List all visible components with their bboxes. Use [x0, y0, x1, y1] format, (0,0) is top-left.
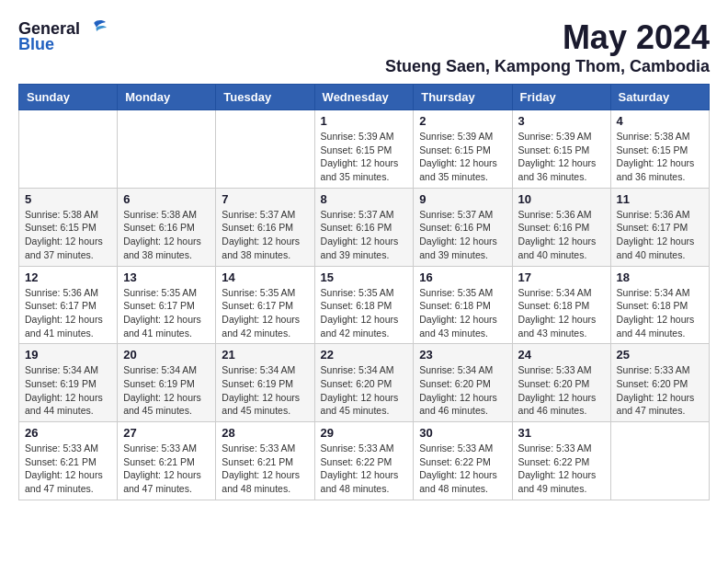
calendar-cell: 6Sunrise: 5:38 AM Sunset: 6:16 PM Daylig… [118, 188, 216, 266]
day-info: Sunrise: 5:37 AM Sunset: 6:16 PM Dayligh… [222, 208, 308, 262]
day-number: 8 [321, 192, 408, 206]
day-number: 26 [25, 426, 111, 440]
calendar-table: SundayMondayTuesdayWednesdayThursdayFrid… [18, 84, 710, 500]
day-info: Sunrise: 5:33 AM Sunset: 6:21 PM Dayligh… [25, 442, 111, 496]
day-number: 18 [617, 270, 703, 284]
day-number: 6 [123, 192, 210, 206]
calendar-cell: 17Sunrise: 5:34 AM Sunset: 6:18 PM Dayli… [512, 266, 610, 344]
calendar-cell: 28Sunrise: 5:33 AM Sunset: 6:21 PM Dayli… [216, 422, 314, 500]
day-info: Sunrise: 5:38 AM Sunset: 6:15 PM Dayligh… [25, 208, 111, 262]
day-number: 11 [617, 192, 703, 206]
day-number: 24 [518, 348, 605, 362]
day-number: 31 [518, 426, 605, 440]
weekday-header-friday: Friday [512, 85, 610, 110]
calendar-week-row: 12Sunrise: 5:36 AM Sunset: 6:17 PM Dayli… [19, 266, 710, 344]
day-number: 13 [123, 270, 210, 284]
calendar-cell: 14Sunrise: 5:35 AM Sunset: 6:17 PM Dayli… [216, 266, 314, 344]
calendar-header: General Blue May 2024 Stueng Saen, Kampo… [18, 18, 710, 76]
weekday-header-monday: Monday [118, 85, 216, 110]
calendar-cell [19, 110, 118, 189]
logo: General Blue [18, 18, 108, 54]
day-number: 16 [419, 270, 506, 284]
day-info: Sunrise: 5:38 AM Sunset: 6:16 PM Dayligh… [123, 208, 210, 262]
day-number: 29 [321, 426, 408, 440]
title-block: May 2024 Stueng Saen, Kampong Thom, Camb… [385, 18, 710, 76]
calendar-cell: 2Sunrise: 5:39 AM Sunset: 6:15 PM Daylig… [414, 110, 512, 189]
day-number: 25 [617, 348, 703, 362]
weekday-header-tuesday: Tuesday [216, 85, 314, 110]
day-info: Sunrise: 5:33 AM Sunset: 6:22 PM Dayligh… [419, 442, 506, 496]
location-title: Stueng Saen, Kampong Thom, Cambodia [385, 57, 710, 76]
month-title: May 2024 [385, 18, 710, 57]
day-number: 14 [222, 270, 308, 284]
day-number: 30 [419, 426, 506, 440]
calendar-week-row: 5Sunrise: 5:38 AM Sunset: 6:15 PM Daylig… [19, 188, 710, 266]
day-number: 27 [123, 426, 210, 440]
day-info: Sunrise: 5:37 AM Sunset: 6:16 PM Dayligh… [419, 208, 506, 262]
calendar-cell: 15Sunrise: 5:35 AM Sunset: 6:18 PM Dayli… [314, 266, 414, 344]
calendar-cell: 27Sunrise: 5:33 AM Sunset: 6:21 PM Dayli… [118, 422, 216, 500]
weekday-header-sunday: Sunday [19, 85, 118, 110]
day-info: Sunrise: 5:39 AM Sunset: 6:15 PM Dayligh… [518, 130, 605, 184]
day-number: 9 [419, 192, 506, 206]
day-number: 17 [518, 270, 605, 284]
weekday-header-thursday: Thursday [414, 85, 512, 110]
day-info: Sunrise: 5:34 AM Sunset: 6:19 PM Dayligh… [123, 363, 210, 418]
calendar-cell: 5Sunrise: 5:38 AM Sunset: 6:15 PM Daylig… [19, 188, 118, 266]
day-info: Sunrise: 5:34 AM Sunset: 6:18 PM Dayligh… [518, 286, 605, 340]
calendar-cell: 25Sunrise: 5:33 AM Sunset: 6:20 PM Dayli… [610, 344, 709, 422]
calendar-cell: 20Sunrise: 5:34 AM Sunset: 6:19 PM Dayli… [118, 344, 216, 422]
day-info: Sunrise: 5:33 AM Sunset: 6:21 PM Dayligh… [222, 442, 308, 496]
calendar-cell: 8Sunrise: 5:37 AM Sunset: 6:16 PM Daylig… [314, 188, 414, 266]
day-info: Sunrise: 5:33 AM Sunset: 6:22 PM Dayligh… [321, 442, 408, 496]
logo-text-blue: Blue [18, 35, 54, 54]
calendar-cell: 18Sunrise: 5:34 AM Sunset: 6:18 PM Dayli… [610, 266, 709, 344]
day-info: Sunrise: 5:33 AM Sunset: 6:21 PM Dayligh… [123, 442, 210, 496]
calendar-week-row: 1Sunrise: 5:39 AM Sunset: 6:15 PM Daylig… [19, 110, 710, 189]
day-info: Sunrise: 5:34 AM Sunset: 6:19 PM Dayligh… [25, 363, 111, 418]
day-number: 12 [25, 270, 111, 284]
day-info: Sunrise: 5:35 AM Sunset: 6:18 PM Dayligh… [419, 286, 506, 340]
calendar-cell: 13Sunrise: 5:35 AM Sunset: 6:17 PM Dayli… [118, 266, 216, 344]
day-number: 20 [123, 348, 210, 362]
calendar-cell: 16Sunrise: 5:35 AM Sunset: 6:18 PM Dayli… [414, 266, 512, 344]
calendar-cell: 23Sunrise: 5:34 AM Sunset: 6:20 PM Dayli… [414, 344, 512, 422]
calendar-cell: 31Sunrise: 5:33 AM Sunset: 6:22 PM Dayli… [512, 422, 610, 500]
calendar-cell: 11Sunrise: 5:36 AM Sunset: 6:17 PM Dayli… [610, 188, 709, 266]
day-info: Sunrise: 5:35 AM Sunset: 6:17 PM Dayligh… [123, 286, 210, 340]
calendar-cell: 12Sunrise: 5:36 AM Sunset: 6:17 PM Dayli… [19, 266, 118, 344]
calendar-cell: 24Sunrise: 5:33 AM Sunset: 6:20 PM Dayli… [512, 344, 610, 422]
day-number: 21 [222, 348, 308, 362]
calendar-cell [118, 110, 216, 189]
day-info: Sunrise: 5:34 AM Sunset: 6:20 PM Dayligh… [321, 363, 408, 418]
calendar-cell: 3Sunrise: 5:39 AM Sunset: 6:15 PM Daylig… [512, 110, 610, 189]
day-info: Sunrise: 5:33 AM Sunset: 6:22 PM Dayligh… [518, 442, 605, 496]
day-info: Sunrise: 5:34 AM Sunset: 6:19 PM Dayligh… [222, 363, 308, 418]
calendar-cell: 30Sunrise: 5:33 AM Sunset: 6:22 PM Dayli… [414, 422, 512, 500]
day-number: 1 [321, 114, 408, 128]
calendar-week-row: 26Sunrise: 5:33 AM Sunset: 6:21 PM Dayli… [19, 422, 710, 500]
calendar-cell: 4Sunrise: 5:38 AM Sunset: 6:15 PM Daylig… [610, 110, 709, 189]
calendar-cell: 22Sunrise: 5:34 AM Sunset: 6:20 PM Dayli… [314, 344, 414, 422]
day-number: 23 [419, 348, 506, 362]
calendar-cell: 21Sunrise: 5:34 AM Sunset: 6:19 PM Dayli… [216, 344, 314, 422]
calendar-cell: 19Sunrise: 5:34 AM Sunset: 6:19 PM Dayli… [19, 344, 118, 422]
day-info: Sunrise: 5:38 AM Sunset: 6:15 PM Dayligh… [617, 130, 703, 184]
day-number: 19 [25, 348, 111, 362]
day-number: 15 [321, 270, 408, 284]
logo-bird-icon [82, 18, 108, 39]
day-number: 22 [321, 348, 408, 362]
day-info: Sunrise: 5:34 AM Sunset: 6:18 PM Dayligh… [617, 286, 703, 340]
calendar-cell: 10Sunrise: 5:36 AM Sunset: 6:16 PM Dayli… [512, 188, 610, 266]
day-info: Sunrise: 5:36 AM Sunset: 6:16 PM Dayligh… [518, 208, 605, 262]
day-info: Sunrise: 5:36 AM Sunset: 6:17 PM Dayligh… [25, 286, 111, 340]
day-number: 4 [617, 114, 703, 128]
day-number: 5 [25, 192, 111, 206]
day-info: Sunrise: 5:34 AM Sunset: 6:20 PM Dayligh… [419, 363, 506, 418]
day-info: Sunrise: 5:35 AM Sunset: 6:17 PM Dayligh… [222, 286, 308, 340]
day-info: Sunrise: 5:33 AM Sunset: 6:20 PM Dayligh… [617, 363, 703, 418]
day-info: Sunrise: 5:39 AM Sunset: 6:15 PM Dayligh… [419, 130, 506, 184]
day-number: 3 [518, 114, 605, 128]
calendar-cell: 7Sunrise: 5:37 AM Sunset: 6:16 PM Daylig… [216, 188, 314, 266]
day-info: Sunrise: 5:36 AM Sunset: 6:17 PM Dayligh… [617, 208, 703, 262]
